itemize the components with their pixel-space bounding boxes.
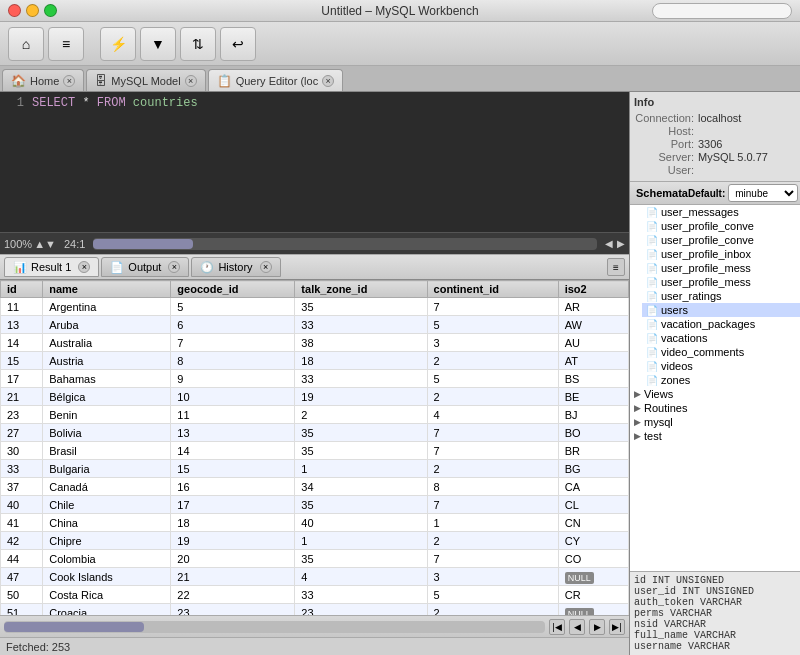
tree-item-users[interactable]: 📄users [642,303,800,317]
table-row[interactable]: 42Chipre1912CY [1,532,629,550]
tree-item-video_comments[interactable]: 📄video_comments [642,345,800,359]
table-cell-name: Aruba [43,316,171,334]
table-row[interactable]: 15Austria8182AT [1,352,629,370]
table-row[interactable]: 23Benin1124BJ [1,406,629,424]
table-row[interactable]: 11Argentina5357AR [1,298,629,316]
tree-item-user_ratings[interactable]: 📄user_ratings [642,289,800,303]
tab-result1-close[interactable]: × [78,261,90,273]
tab-history-close[interactable]: × [260,261,272,273]
table-row[interactable]: 40Chile17357CL [1,496,629,514]
tab-query-editor-label: Query Editor (loc [236,75,319,87]
tree-item-test[interactable]: ▶test [630,429,800,443]
table-header-row: id name geocode_id talk_zone_id continen… [1,281,629,298]
table-cell-geocode_id: 8 [171,352,295,370]
tree-item-zones[interactable]: 📄zones [642,373,800,387]
tree-item-icon: 📄 [646,263,658,274]
table-cell-talk_zone_id: 35 [295,550,427,568]
tree-item-user_profile_conve[interactable]: 📄user_profile_conve [642,219,800,233]
table-row[interactable]: 14Australia7383AU [1,334,629,352]
table-cell-name: Australia [43,334,171,352]
table-row[interactable]: 44Colombia20357CO [1,550,629,568]
results-menu-button[interactable]: ≡ [607,258,625,276]
tree-item-Views[interactable]: ▶Views [630,387,800,401]
table-cell-id: 50 [1,586,43,604]
tab-query-editor[interactable]: 📋 Query Editor (loc × [208,69,344,91]
scrollbar-thumb[interactable] [93,239,193,249]
sql-editor[interactable]: 1 SELECT * FROM countries [0,92,629,232]
sync-button[interactable]: ⇅ [180,27,216,61]
table-row[interactable]: 17Bahamas9335BS [1,370,629,388]
table-cell-talk_zone_id: 35 [295,298,427,316]
maximize-button[interactable] [44,4,57,17]
info-server-label: Server: [634,151,694,163]
tab-mysql-model[interactable]: 🗄 MySQL Model × [86,69,205,91]
table-row[interactable]: 30Brasil14357BR [1,442,629,460]
tab-home[interactable]: 🏠 Home × [2,69,84,91]
horizontal-scrollbar[interactable] [93,238,597,250]
run-button[interactable]: ⚡ [100,27,136,61]
table-row[interactable]: 13Aruba6335AW [1,316,629,334]
table-cell-geocode_id: 21 [171,568,295,586]
tree-item-videos[interactable]: 📄videos [642,359,800,373]
table-cell-iso2: CA [558,478,628,496]
tab-output-close[interactable]: × [168,261,180,273]
tree-item-label: user_ratings [661,290,722,302]
home-button[interactable]: ⌂ [8,27,44,61]
tree-item-vacations[interactable]: 📄vacations [642,331,800,345]
down-button[interactable]: ▼ [140,27,176,61]
status-bar: Fetched: 253 [0,637,629,655]
tab-mysql-model-close[interactable]: × [185,75,197,87]
results-h-scrollbar-thumb[interactable] [4,622,144,632]
tree-item-label: user_profile_inbox [661,248,751,260]
table-row[interactable]: 37Canadá16348CA [1,478,629,496]
table-cell-id: 41 [1,514,43,532]
table-row[interactable]: 33Bulgaria1512BG [1,460,629,478]
schema-selector[interactable]: minube [728,184,798,202]
tree-item-user_profile_mess[interactable]: 📄user_profile_mess [642,275,800,289]
table-row[interactable]: 51Croacia23232NULL [1,604,629,616]
schema-field: perms VARCHAR [634,608,796,619]
tab-output[interactable]: 📄 Output × [101,257,189,277]
info-host: Host: [634,125,796,137]
nav-last[interactable]: ▶| [609,619,625,635]
tree-item-user_profile_conve[interactable]: 📄user_profile_conve [642,233,800,247]
table-row[interactable]: 50Costa Rica22335CR [1,586,629,604]
scroll-left[interactable]: ◀ [605,238,613,249]
schema-tree[interactable]: 📄user_messages📄user_profile_conve📄user_p… [630,205,800,571]
tree-item-user_profile_inbox[interactable]: 📄user_profile_inbox [642,247,800,261]
tab-home-close[interactable]: × [63,75,75,87]
model-button[interactable]: ≡ [48,27,84,61]
table-body: 11Argentina5357AR13Aruba6335AW14Australi… [1,298,629,616]
minimize-button[interactable] [26,4,39,17]
window-controls[interactable] [8,4,57,17]
table-cell-iso2: CY [558,532,628,550]
search-bar[interactable] [652,3,792,19]
zoom-arrows[interactable]: ▲▼ [34,238,56,250]
close-button[interactable] [8,4,21,17]
table-cell-geocode_id: 22 [171,586,295,604]
info-server-value: MySQL 5.0.77 [698,151,768,163]
search-input[interactable] [652,3,792,19]
null-badge: NULL [565,608,594,616]
back-button[interactable]: ↩ [220,27,256,61]
table-cell-name: Cook Islands [43,568,171,586]
scroll-right[interactable]: ▶ [617,238,625,249]
tab-result1[interactable]: 📊 Result 1 × [4,257,99,277]
table-row[interactable]: 47Cook Islands2143NULL [1,568,629,586]
table-row[interactable]: 41China18401CN [1,514,629,532]
table-row[interactable]: 21Bélgica10192BE [1,388,629,406]
results-h-scrollbar[interactable] [4,621,545,633]
table-row[interactable]: 27Bolivia13357BO [1,424,629,442]
table-cell-continent_id: 4 [427,406,558,424]
nav-prev[interactable]: ◀ [569,619,585,635]
tree-item-user_profile_mess[interactable]: 📄user_profile_mess [642,261,800,275]
tree-item-Routines[interactable]: ▶Routines [630,401,800,415]
tree-item-vacation_packages[interactable]: 📄vacation_packages [642,317,800,331]
tab-query-editor-close[interactable]: × [322,75,334,87]
tree-item-user_messages[interactable]: 📄user_messages [642,205,800,219]
nav-next[interactable]: ▶ [589,619,605,635]
tree-item-mysql[interactable]: ▶mysql [630,415,800,429]
tab-history[interactable]: 🕐 History × [191,257,280,277]
nav-first[interactable]: |◀ [549,619,565,635]
sql-keyword-select: SELECT [32,96,75,110]
